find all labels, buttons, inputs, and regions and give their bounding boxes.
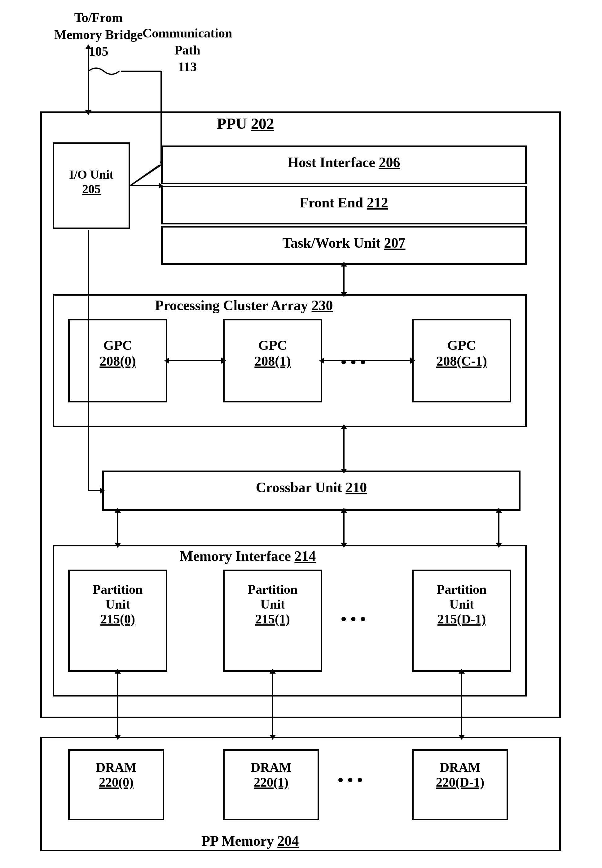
crossbar-unit-label: Crossbar Unit 210 <box>102 479 521 496</box>
host-interface-label: Host Interface 206 <box>163 154 525 171</box>
gpc0-label: GPC 208(0) <box>68 337 167 369</box>
memory-bridge-label: To/From Memory Bridge 105 <box>54 9 143 60</box>
task-work-unit-label: Task/Work Unit 207 <box>161 235 527 251</box>
pu-dots: • • • <box>341 610 366 628</box>
partition-unit-0-label: Partition Unit 215(0) <box>68 582 167 626</box>
ppu-label: PPU 202 <box>217 115 274 133</box>
partition-unit-2-label: Partition Unit 215(D-1) <box>412 582 511 626</box>
diagram-container: To/From Memory Bridge 105 Communication … <box>0 0 602 868</box>
memory-interface-label: Memory Interface 214 <box>180 548 316 564</box>
gpc-dots: • • • <box>341 353 366 371</box>
pp-memory-label: PP Memory 204 <box>201 833 299 849</box>
comm-path-label: Communication Path 113 <box>143 25 232 75</box>
pca-label: Processing Cluster Array 230 <box>155 297 333 314</box>
gpc2-label: GPC 208(C-1) <box>412 337 511 369</box>
dram1-label: DRAM 220(1) <box>223 760 319 790</box>
gpc1-label: GPC 208(1) <box>223 337 322 369</box>
front-end-label: Front End 212 <box>161 194 527 211</box>
dram0-label: DRAM 220(0) <box>68 760 164 790</box>
dram2-label: DRAM 220(D-1) <box>412 760 508 790</box>
partition-unit-1-label: Partition Unit 215(1) <box>223 582 322 626</box>
io-unit-label: I/O Unit 205 <box>54 167 129 196</box>
dram-dots: • • • <box>338 771 363 789</box>
